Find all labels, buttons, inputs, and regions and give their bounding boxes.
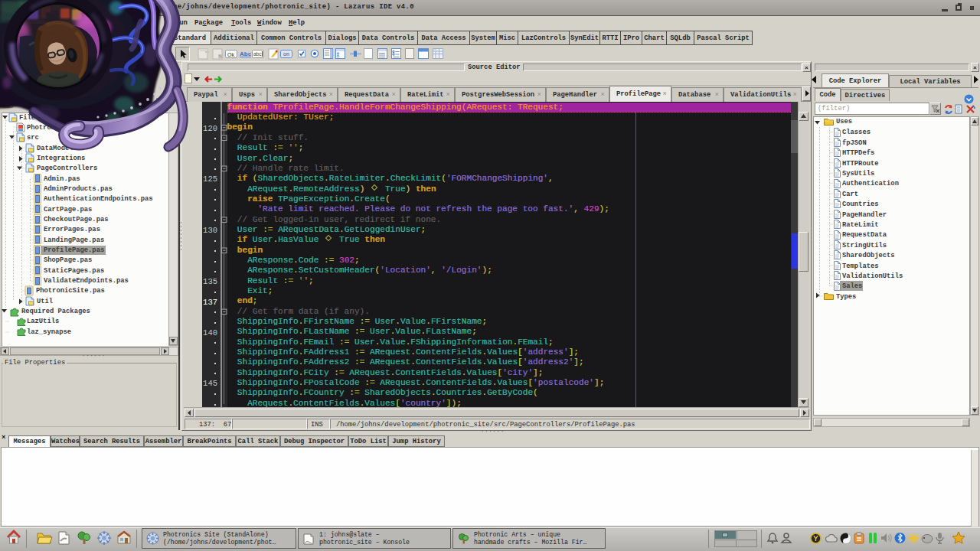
svg-text:abc: abc bbox=[253, 51, 262, 57]
svg-text:Abc: Abc bbox=[240, 51, 251, 57]
svg-text:Ok: Ok bbox=[227, 52, 234, 57]
svg-text:on: on bbox=[283, 51, 289, 57]
